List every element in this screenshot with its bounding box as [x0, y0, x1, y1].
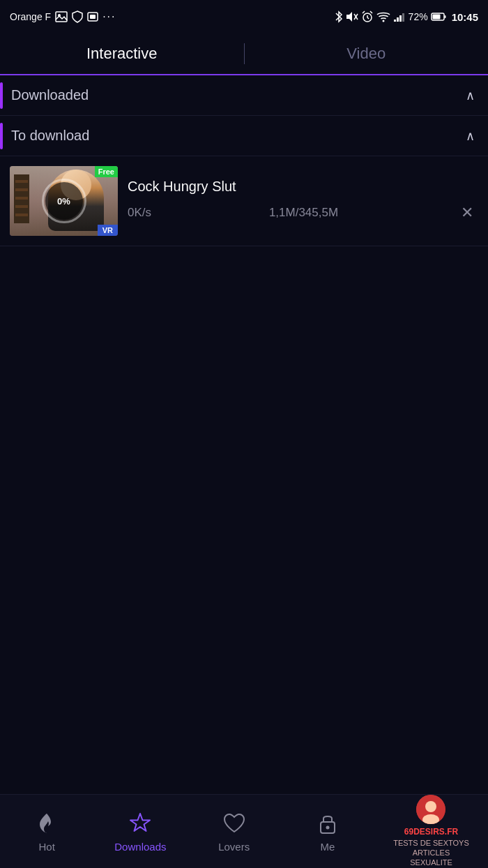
svg-rect-14: [402, 13, 404, 22]
download-title: Cock Hungry Slut: [128, 179, 478, 195]
cancel-download-button[interactable]: ✕: [456, 202, 478, 224]
nav-lovers[interactable]: Lovers: [206, 810, 262, 853]
to-download-section-header: To download ∧: [0, 116, 488, 156]
lovers-label: Lovers: [218, 841, 250, 853]
wifi-icon: [376, 11, 390, 22]
ad-line3: SEXUALITE: [393, 858, 469, 867]
thumbnail: 0% Free VR: [10, 166, 118, 236]
ad-brand: 69DESIRS.FR: [393, 827, 469, 838]
svg-rect-17: [444, 15, 445, 18]
svg-line-9: [370, 11, 372, 13]
svg-rect-0: [56, 12, 67, 22]
ad-line1: TESTS DE SEXTOYS: [393, 838, 469, 848]
downloaded-title: Downloaded: [11, 87, 89, 103]
svg-rect-16: [432, 15, 440, 20]
nav-downloads[interactable]: Downloads: [112, 810, 168, 853]
me-label: Me: [321, 841, 335, 853]
battery-text: 72%: [409, 11, 428, 22]
section-title-wrap-downloaded: Downloaded: [0, 82, 89, 109]
rec-icon: [87, 12, 98, 22]
tab-bar: Interactive Video: [0, 33, 488, 75]
signal-icon: [393, 11, 406, 22]
more-dots: ···: [102, 10, 116, 23]
purple-accent-bar: [0, 82, 3, 109]
download-stats: 0K/s 1,1M/345,5M ✕: [128, 202, 478, 224]
to-download-title: To download: [11, 128, 89, 144]
downloaded-collapse-button[interactable]: ∧: [462, 87, 478, 104]
svg-marker-4: [346, 12, 352, 22]
purple-accent-bar-2: [0, 123, 3, 149]
image-icon: [55, 11, 68, 22]
alarm-icon: [361, 10, 374, 23]
tab-video[interactable]: Video: [245, 33, 489, 74]
download-info: Cock Hungry Slut 0K/s 1,1M/345,5M ✕: [128, 179, 478, 224]
svg-point-21: [425, 801, 436, 812]
progress-text: 0%: [45, 182, 83, 220]
downloads-icon: [127, 810, 153, 837]
battery-icon: [431, 13, 446, 21]
tab-interactive[interactable]: Interactive: [0, 33, 244, 74]
progress-circle: 0%: [42, 179, 86, 223]
downloads-label: Downloads: [114, 841, 166, 853]
ad-avatar: [416, 795, 445, 824]
free-badge: Free: [95, 166, 118, 177]
svg-rect-13: [399, 15, 402, 22]
hot-icon: [33, 810, 60, 837]
section-title-wrap-todownload: To download: [0, 123, 89, 149]
ad-line2: ARTICLES: [393, 848, 469, 858]
download-item: 0% Free VR Cock Hungry Slut 0K/s 1,1M/34…: [0, 156, 488, 246]
to-download-collapse-button[interactable]: ∧: [462, 128, 478, 144]
download-size: 1,1M/345,5M: [162, 206, 445, 220]
download-speed: 0K/s: [128, 206, 151, 220]
shield-icon: [72, 10, 83, 23]
status-left: Orange F ···: [10, 10, 116, 23]
heart-icon: [221, 810, 247, 837]
carrier-text: Orange F: [10, 11, 51, 22]
svg-line-8: [363, 11, 365, 13]
nav-me[interactable]: Me: [300, 810, 356, 853]
svg-point-10: [382, 20, 384, 22]
ad-text: 69DESIRS.FR TESTS DE SEXTOYS ARTICLES SE…: [393, 827, 469, 867]
shelf-decoration: [14, 174, 29, 223]
bottom-nav: Hot Downloads Lovers Me: [0, 794, 488, 868]
status-bar: Orange F ···: [0, 0, 488, 33]
clock-time: 10:45: [452, 11, 478, 23]
svg-point-19: [326, 826, 329, 830]
lock-icon: [314, 810, 341, 837]
bluetooth-icon: [335, 10, 343, 23]
mute-icon: [346, 10, 358, 23]
hot-label: Hot: [38, 841, 54, 853]
downloaded-section-header: Downloaded ∧: [0, 75, 488, 116]
svg-rect-3: [90, 15, 96, 19]
nav-ad[interactable]: 69DESIRS.FR TESTS DE SEXTOYS ARTICLES SE…: [393, 795, 469, 867]
nav-hot[interactable]: Hot: [19, 810, 75, 853]
svg-rect-11: [394, 20, 396, 22]
vr-badge: VR: [98, 225, 118, 236]
svg-rect-12: [397, 17, 399, 22]
status-right: 72% 10:45: [335, 10, 478, 23]
